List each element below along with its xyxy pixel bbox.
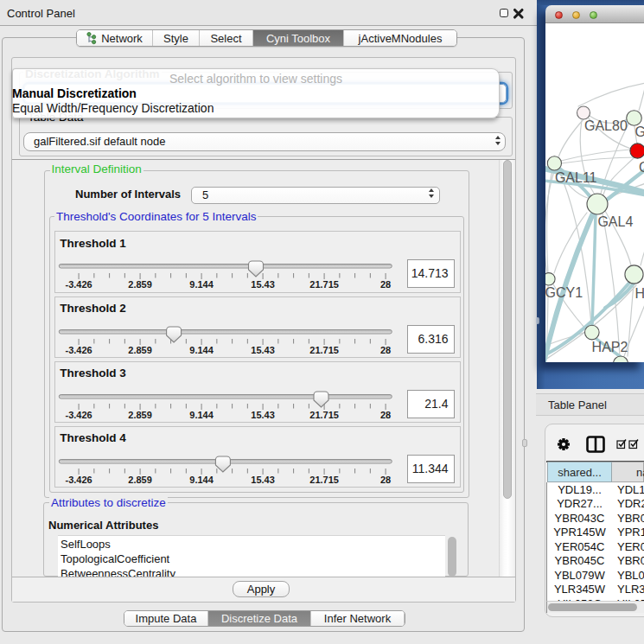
svg-text:15.43: 15.43 <box>251 279 275 290</box>
svg-text:GAL80: GAL80 <box>584 118 628 133</box>
svg-text:9.144: 9.144 <box>189 279 214 290</box>
svg-text:2.859: 2.859 <box>128 409 152 419</box>
svg-text:15.43: 15.43 <box>251 474 275 484</box>
svg-text:H: H <box>635 286 644 301</box>
svg-text:-3.426: -3.426 <box>65 344 92 354</box>
svg-text:15.43: 15.43 <box>251 344 275 354</box>
svg-text:HAP2: HAP2 <box>592 340 628 354</box>
svg-text:GA: GA <box>635 124 644 139</box>
svg-text:9.144: 9.144 <box>189 344 214 354</box>
svg-text:21.715: 21.715 <box>309 279 339 290</box>
svg-text:-3.426: -3.426 <box>65 474 92 484</box>
svg-text:GCY1: GCY1 <box>545 285 583 300</box>
svg-text:2.859: 2.859 <box>128 279 152 290</box>
svg-text:28: 28 <box>380 409 391 419</box>
svg-text:21.715: 21.715 <box>309 344 339 354</box>
svg-text:2.859: 2.859 <box>128 344 152 354</box>
svg-text:21.715: 21.715 <box>309 474 339 484</box>
svg-text:28: 28 <box>380 474 391 484</box>
svg-text:-3.426: -3.426 <box>65 279 92 290</box>
svg-text:28: 28 <box>380 344 391 354</box>
svg-text:2.859: 2.859 <box>128 474 152 484</box>
svg-text:GAL11: GAL11 <box>555 170 597 185</box>
svg-text:9.144: 9.144 <box>189 474 214 484</box>
svg-text:9.144: 9.144 <box>189 409 214 419</box>
svg-text:28: 28 <box>380 279 391 290</box>
svg-text:21.715: 21.715 <box>309 409 339 419</box>
svg-text:GAL4: GAL4 <box>597 214 633 229</box>
svg-text:-3.426: -3.426 <box>65 409 92 419</box>
svg-text:C: C <box>639 160 644 175</box>
svg-text:15.43: 15.43 <box>251 409 275 419</box>
